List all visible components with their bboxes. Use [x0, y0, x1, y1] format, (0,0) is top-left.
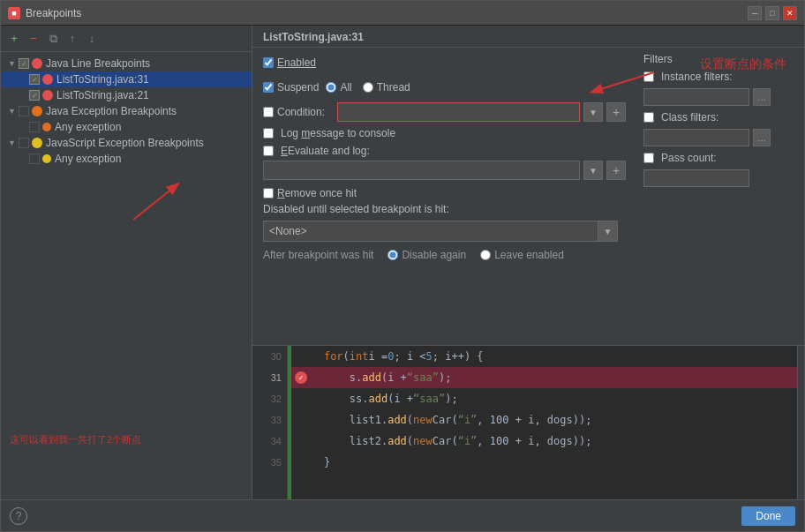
line-35: 35 — [271, 452, 282, 473]
class-filter-input-row: … — [643, 129, 797, 146]
code-text: ); — [439, 371, 451, 384]
right-panel: ListToString.java:31 设置断点的条件 — [252, 26, 804, 499]
condition-dropdown-button[interactable]: ▼ — [583, 102, 603, 122]
code-text: list1. — [298, 414, 387, 426]
pass-count-row: Pass count: — [643, 152, 797, 164]
evaluate-plus-button[interactable]: + — [606, 161, 626, 180]
all-radio-label: All — [340, 81, 351, 94]
evaluate-input[interactable] — [263, 161, 580, 180]
left-annotation: 这可以看到我一共打了2个断点 — [10, 433, 141, 446]
class-filter-checkbox[interactable] — [643, 112, 654, 123]
class-filter-dots-button[interactable]: … — [753, 129, 771, 146]
copy-breakpoint-button[interactable]: ⧉ — [45, 31, 61, 47]
instance-filter-checkbox[interactable] — [643, 71, 654, 82]
thread-radio[interactable] — [363, 82, 373, 93]
pass-count-checkbox[interactable] — [643, 153, 654, 163]
title-bar: ■ Breakpoints ─ □ ✕ — [1, 1, 804, 26]
condition-plus-button[interactable]: + — [606, 102, 626, 122]
tree-checkbox[interactable] — [19, 138, 29, 148]
eval-rest: Evaluate and log: — [288, 145, 370, 157]
expand-arrow: ▼ — [8, 139, 19, 147]
tree-checkbox[interactable] — [19, 106, 29, 116]
enabled-label: Enabled — [263, 56, 316, 69]
vertical-scrollbar[interactable] — [797, 346, 804, 499]
remove-breakpoint-button[interactable]: − — [26, 31, 41, 47]
tree-item-java-exc[interactable]: ▼ Java Exception Breakpoints — [1, 103, 252, 119]
leave-enabled-radio-item: Leave enabled — [480, 249, 564, 261]
help-button[interactable]: ? — [10, 507, 27, 525]
none-select[interactable]: <None> — [263, 221, 598, 242]
window-icon: ■ — [8, 7, 20, 19]
js-exc-icon — [32, 138, 42, 148]
java-exc-icon — [32, 106, 42, 116]
condition-checkbox[interactable] — [263, 107, 274, 117]
import-breakpoint-button[interactable]: ↓ — [84, 31, 100, 47]
evaluate-row: EEvaluate and log: — [263, 145, 626, 157]
enabled-checkbox[interactable] — [263, 57, 274, 68]
tree-checkbox[interactable]: ✓ — [29, 74, 40, 85]
add-breakpoint-button[interactable]: + — [6, 31, 22, 47]
code-text: list2. — [298, 435, 387, 447]
code-fn: add — [362, 371, 381, 384]
tree-item-any-exc-java[interactable]: Any exception — [1, 119, 252, 135]
log-label: Log message to console — [281, 127, 395, 139]
tree-item-label: ListToString.java:31 — [56, 73, 149, 86]
remove-rest: emove once hit — [285, 187, 357, 199]
minimize-button[interactable]: ─ — [748, 6, 762, 20]
tree-item-java-line[interactable]: ▼ ✓ Java Line Breakpoints — [1, 56, 252, 71]
left-toolbar: + − ⧉ ↑ ↓ — [1, 26, 252, 52]
tree-item-label: Any exception — [55, 121, 121, 133]
filters-title: Filters — [643, 53, 797, 65]
leave-enabled-radio[interactable] — [480, 250, 491, 260]
tree-item-label: Any exception — [55, 153, 121, 165]
condition-label-text: Condition: — [277, 106, 325, 118]
instance-filter-input[interactable] — [643, 88, 749, 106]
condition-input[interactable] — [337, 102, 580, 122]
maximize-button[interactable]: □ — [765, 6, 779, 20]
tree-checkbox[interactable]: ✓ — [19, 58, 29, 69]
tree-item-js-exc[interactable]: ▼ JavaScript Exception Breakpoints — [1, 135, 252, 151]
expand-arrow: ▼ — [8, 107, 19, 116]
disable-again-radio[interactable] — [387, 250, 398, 260]
code-line-32: ss. add (i + “saa” ); — [291, 388, 797, 409]
breakpoint-icon — [42, 74, 53, 85]
pass-count-input-row — [643, 169, 797, 187]
instance-filter-dots-button[interactable]: … — [753, 88, 771, 106]
tree-item-label: Java Line Breakpoints — [46, 57, 150, 70]
title-controls: ─ □ ✕ — [748, 6, 797, 20]
log-underline: m — [301, 127, 310, 139]
tree-checkbox[interactable] — [29, 154, 40, 164]
class-filter-input[interactable] — [643, 129, 749, 146]
close-button[interactable]: ✕ — [783, 6, 797, 20]
code-text: , 100 + i, dogs)); — [477, 414, 591, 426]
all-radio[interactable] — [326, 82, 336, 93]
evaluate-checkbox[interactable] — [263, 146, 274, 156]
condition-label-wrap: Condition: — [263, 106, 334, 118]
enabled-text: Enabled — [277, 56, 316, 69]
code-text: , 100 + i, dogs)); — [477, 435, 591, 447]
export-breakpoint-button[interactable]: ↑ — [64, 31, 80, 47]
instance-filter-row: Instance filters: — [643, 71, 797, 83]
tree-item-list21[interactable]: ✓ ListToString.java:21 — [1, 87, 252, 103]
breakpoint-check-icon: ✓ — [298, 373, 303, 382]
code-text — [298, 350, 324, 363]
line-33: 33 — [271, 409, 282, 431]
right-left-column: Enabled Suspend All — [252, 48, 636, 345]
tree-item-list31[interactable]: ✓ ListToString.java:31 — [1, 71, 252, 87]
tree-item-any-exc-js[interactable]: Any exception — [1, 151, 252, 167]
breakpoint-icon — [42, 90, 53, 101]
evaluate-dropdown-button[interactable]: ▼ — [583, 161, 603, 180]
tree-checkbox[interactable]: ✓ — [29, 90, 40, 101]
log-row: Log message to console — [263, 127, 626, 139]
tree-checkbox[interactable] — [29, 122, 40, 132]
done-button[interactable]: Done — [741, 506, 795, 526]
log-checkbox[interactable] — [263, 128, 274, 139]
code-line-34: list2. add ( new Car( “i” , 100 + i, dog… — [291, 431, 797, 452]
code-text: ( — [343, 350, 350, 363]
remove-once-checkbox[interactable] — [263, 188, 274, 199]
none-dropdown-arrow[interactable]: ▼ — [598, 221, 618, 242]
suspend-checkbox[interactable] — [263, 82, 274, 93]
pass-count-input[interactable] — [643, 169, 749, 187]
code-keyword: int — [350, 350, 369, 363]
code-num: 0 — [387, 350, 394, 363]
